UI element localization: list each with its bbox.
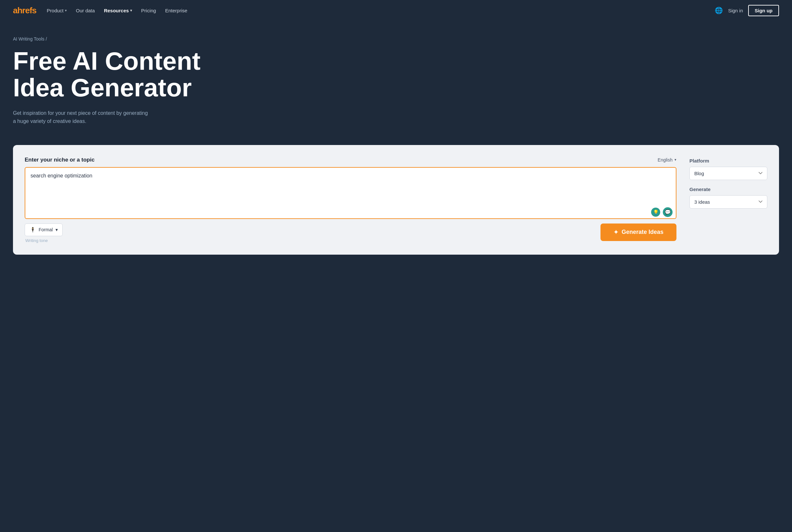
generate-label: Generate xyxy=(689,187,767,192)
sparkle-icon: ✦ xyxy=(613,229,618,236)
nav-resources[interactable]: Resources ▾ xyxy=(104,8,132,13)
nav-our-data[interactable]: Our data xyxy=(76,8,95,13)
generate-ideas-button[interactable]: ✦ Generate Ideas xyxy=(601,224,677,241)
sign-in-link[interactable]: Sign in xyxy=(728,8,743,13)
card-footer: 🕴 Formal ▾ Writing tone ✦ Generate Ideas xyxy=(25,224,677,243)
writing-tone-label: Writing tone xyxy=(25,238,63,243)
globe-icon[interactable]: 🌐 xyxy=(715,6,723,14)
generate-button-label: Generate Ideas xyxy=(622,229,663,235)
writing-tone-button[interactable]: 🕴 Formal ▾ xyxy=(25,224,63,236)
tone-label: Formal xyxy=(39,227,53,232)
input-header: Enter your niche or a topic English ▾ xyxy=(25,157,677,163)
tone-emoji: 🕴 xyxy=(30,227,36,233)
platform-label: Platform xyxy=(689,158,767,164)
topic-input[interactable] xyxy=(25,167,677,219)
hero-section: AI Writing Tools / Free AI Content Idea … xyxy=(0,21,792,145)
language-selector[interactable]: English ▾ xyxy=(658,157,677,163)
tone-section: 🕴 Formal ▾ Writing tone xyxy=(25,224,63,243)
logo-accent: a xyxy=(13,5,17,15)
logo[interactable]: ahrefs xyxy=(13,5,36,16)
sign-up-button[interactable]: Sign up xyxy=(748,5,779,16)
chevron-down-icon: ▾ xyxy=(65,8,67,13)
nav-pricing[interactable]: Pricing xyxy=(141,8,156,13)
nav-product[interactable]: Product ▾ xyxy=(47,8,67,13)
nav-enterprise[interactable]: Enterprise xyxy=(165,8,187,13)
card-right: Platform Blog YouTube Instagram Twitter … xyxy=(689,157,767,243)
chevron-down-icon: ▾ xyxy=(675,158,677,162)
nav-links: Product ▾ Our data Resources ▾ Pricing E… xyxy=(47,8,704,13)
chevron-down-icon: ▾ xyxy=(130,8,132,13)
platform-select[interactable]: Blog YouTube Instagram Twitter LinkedIn xyxy=(689,167,767,180)
logo-text: hrefs xyxy=(17,5,36,15)
hero-title: Free AI Content Idea Generator xyxy=(13,48,240,101)
navbar: ahrefs Product ▾ Our data Resources ▾ Pr… xyxy=(0,0,792,21)
breadcrumb: AI Writing Tools / xyxy=(13,36,779,41)
chevron-down-icon: ▾ xyxy=(56,227,58,232)
language-value: English xyxy=(658,157,673,163)
generate-count-select[interactable]: 1 idea 3 ideas 5 ideas 10 ideas xyxy=(689,195,767,209)
nav-right: 🌐 Sign in Sign up xyxy=(715,5,779,16)
main-card: Enter your niche or a topic English ▾ 💡 … xyxy=(13,145,779,255)
input-label: Enter your niche or a topic xyxy=(25,157,94,163)
card-left: Enter your niche or a topic English ▾ 💡 … xyxy=(25,157,677,243)
hero-subtitle: Get inspiration for your next piece of c… xyxy=(13,109,149,126)
